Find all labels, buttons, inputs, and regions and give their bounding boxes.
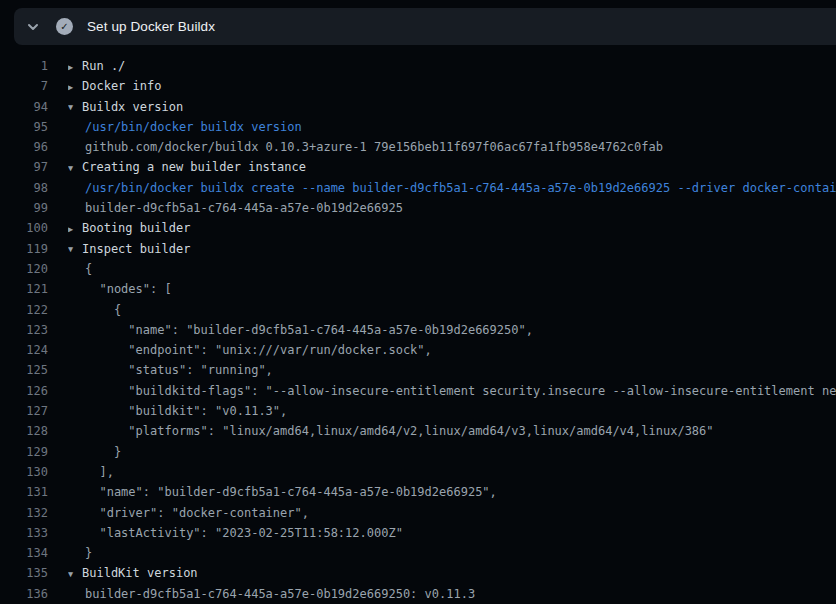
line-number[interactable]: 135 [0, 563, 48, 583]
log-line: 94 ▼Buildx version [0, 97, 836, 117]
log-line: 125 "status": "running", [0, 360, 836, 380]
output-text: "buildkitd-flags": "--allow-insecure-ent… [85, 384, 836, 398]
log-text: builder-d9cfb5a1-c764-445a-a57e-0b19d2e6… [68, 584, 836, 604]
log-line: 135 ▼BuildKit version [0, 563, 836, 583]
line-number[interactable]: 125 [0, 360, 48, 380]
chevron-down-icon[interactable] [24, 18, 42, 36]
log-line: 1 ▶Run ./ [0, 56, 836, 76]
line-number[interactable]: 7 [0, 76, 48, 96]
log-line: 121 "nodes": [ [0, 279, 836, 299]
line-number[interactable]: 131 [0, 482, 48, 502]
line-number[interactable]: 129 [0, 442, 48, 462]
line-number[interactable]: 121 [0, 279, 48, 299]
output-text: "name": "builder-d9cfb5a1-c764-445a-a57e… [85, 323, 533, 337]
log-text: "name": "builder-d9cfb5a1-c764-445a-a57e… [68, 482, 836, 502]
line-number[interactable]: 127 [0, 401, 48, 421]
line-number[interactable]: 128 [0, 421, 48, 441]
log-text: /usr/bin/docker buildx version [68, 117, 836, 137]
log-text: "platforms": "linux/amd64,linux/amd64/v2… [68, 421, 836, 441]
log-line: 120 { [0, 259, 836, 279]
collapse-toggle-icon[interactable]: ▼ [68, 564, 82, 584]
collapse-toggle-icon[interactable]: ▼ [68, 97, 82, 117]
group-title[interactable]: Docker info [82, 79, 161, 93]
output-text: ], [85, 465, 114, 479]
command-text: /usr/bin/docker buildx create --name bui… [85, 181, 836, 195]
line-number[interactable]: 1 [0, 56, 48, 76]
expand-toggle-icon[interactable]: ▶ [68, 219, 82, 239]
check-glyph: ✓ [60, 21, 68, 32]
step-header[interactable]: ✓ Set up Docker Buildx [14, 8, 836, 45]
output-text: "endpoint": "unix:///var/run/docker.sock… [85, 343, 432, 357]
group-title[interactable]: Creating a new builder instance [82, 160, 306, 174]
log-line: 129 } [0, 442, 836, 462]
group-title[interactable]: BuildKit version [82, 566, 198, 580]
output-text: builder-d9cfb5a1-c764-445a-a57e-0b19d2e6… [85, 201, 403, 215]
log-line: 134 } [0, 543, 836, 563]
output-text: "platforms": "linux/amd64,linux/amd64/v2… [85, 424, 714, 438]
log-line: 127 "buildkit": "v0.11.3", [0, 401, 836, 421]
log-line: 124 "endpoint": "unix:///var/run/docker.… [0, 340, 836, 360]
line-number[interactable]: 98 [0, 178, 48, 198]
check-circle-icon: ✓ [56, 18, 73, 35]
log-line: 128 "platforms": "linux/amd64,linux/amd6… [0, 421, 836, 441]
line-number[interactable]: 124 [0, 340, 48, 360]
output-text: } [85, 546, 92, 560]
log-text: ▶Booting builder [68, 218, 836, 238]
log-line: 97 ▼Creating a new builder instance [0, 157, 836, 177]
log-text: github.com/docker/buildx 0.10.3+azure-1 … [68, 137, 836, 157]
output-text: builder-d9cfb5a1-c764-445a-a57e-0b19d2e6… [85, 587, 475, 601]
line-number[interactable]: 133 [0, 523, 48, 543]
line-number[interactable]: 95 [0, 117, 48, 137]
log-line: 98 /usr/bin/docker buildx create --name … [0, 178, 836, 198]
group-title[interactable]: Inspect builder [82, 242, 190, 256]
output-text: { [85, 262, 92, 276]
collapse-toggle-icon[interactable]: ▼ [68, 158, 82, 178]
output-text: "buildkit": "v0.11.3", [85, 404, 287, 418]
expand-toggle-icon[interactable]: ▶ [68, 57, 82, 77]
log-text: "lastActivity": "2023-02-25T11:58:12.000… [68, 523, 836, 543]
log-text: "nodes": [ [68, 279, 836, 299]
line-number[interactable]: 130 [0, 462, 48, 482]
output-text: "driver": "docker-container", [85, 506, 309, 520]
log-text: ▼Inspect builder [68, 239, 836, 259]
line-number[interactable]: 99 [0, 198, 48, 218]
log-line: 99 builder-d9cfb5a1-c764-445a-a57e-0b19d… [0, 198, 836, 218]
line-number[interactable]: 119 [0, 239, 48, 259]
line-number[interactable]: 122 [0, 300, 48, 320]
step-title: Set up Docker Buildx [87, 19, 215, 34]
log-line: 130 ], [0, 462, 836, 482]
log-line: 119 ▼Inspect builder [0, 239, 836, 259]
log-text: /usr/bin/docker buildx create --name bui… [68, 178, 836, 198]
log-text: "name": "builder-d9cfb5a1-c764-445a-a57e… [68, 320, 836, 340]
line-number[interactable]: 97 [0, 157, 48, 177]
group-title[interactable]: Booting builder [82, 221, 190, 235]
group-title[interactable]: Buildx version [82, 100, 183, 114]
log-text: ▶Run ./ [68, 56, 836, 76]
line-number[interactable]: 94 [0, 97, 48, 117]
line-number[interactable]: 136 [0, 584, 48, 604]
line-number[interactable]: 120 [0, 259, 48, 279]
expand-toggle-icon[interactable]: ▶ [68, 77, 82, 97]
log-text: } [68, 442, 836, 462]
log-line: 100 ▶Booting builder [0, 218, 836, 238]
log-text: "status": "running", [68, 360, 836, 380]
line-number[interactable]: 132 [0, 503, 48, 523]
line-number[interactable]: 100 [0, 218, 48, 238]
log-line: 95 /usr/bin/docker buildx version [0, 117, 836, 137]
command-text: /usr/bin/docker buildx version [85, 120, 302, 134]
collapse-toggle-icon[interactable]: ▼ [68, 239, 82, 259]
group-title[interactable]: Run ./ [82, 59, 125, 73]
output-text: "nodes": [ [85, 282, 172, 296]
line-number[interactable]: 134 [0, 543, 48, 563]
output-text: "status": "running", [85, 363, 273, 377]
log-text: "driver": "docker-container", [68, 503, 836, 523]
log-text: ▼Creating a new builder instance [68, 157, 836, 177]
output-text: "lastActivity": "2023-02-25T11:58:12.000… [85, 526, 403, 540]
log-text: "endpoint": "unix:///var/run/docker.sock… [68, 340, 836, 360]
log-text: { [68, 259, 836, 279]
log-line: 7 ▶Docker info [0, 76, 836, 96]
line-number[interactable]: 126 [0, 381, 48, 401]
log-lines: 1 ▶Run ./ 7 ▶Docker info 94 ▼Buildx vers… [0, 56, 836, 604]
line-number[interactable]: 123 [0, 320, 48, 340]
line-number[interactable]: 96 [0, 137, 48, 157]
